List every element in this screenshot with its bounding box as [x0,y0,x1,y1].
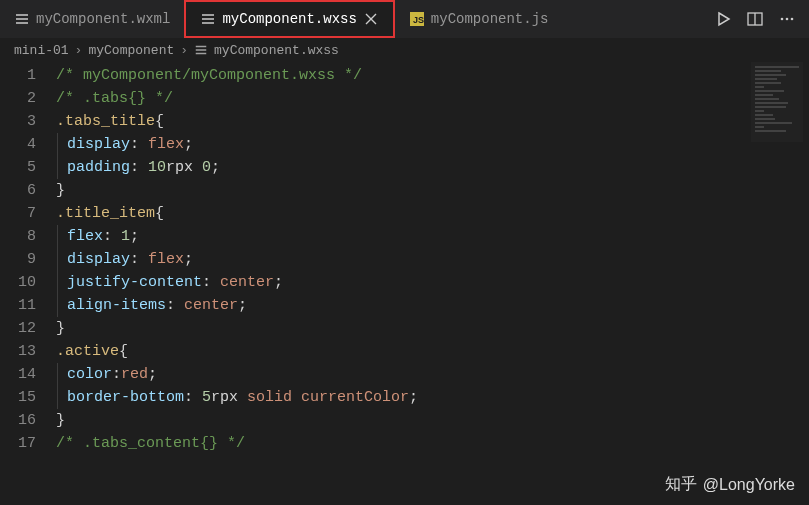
line-number: 10 [0,271,56,294]
wxml-file-icon [14,11,30,27]
line-number: 6 [0,179,56,202]
more-icon[interactable] [779,11,795,27]
code-editor[interactable]: 1/* myComponent/myComponent.wxss */ 2/* … [0,62,809,455]
chevron-right-icon: › [180,43,188,58]
crumb-file[interactable]: myComponent.wxss [214,43,339,58]
tab-wxss[interactable]: myComponent.wxss [184,0,394,38]
line-number: 11 [0,294,56,317]
brand-label: 知乎 [665,474,697,495]
svg-point-4 [781,18,784,21]
line-number: 3 [0,110,56,133]
svg-point-6 [791,18,794,21]
breadcrumb[interactable]: mini-01 › myComponent › myComponent.wxss [0,38,809,62]
watermark: 知乎 @LongYorke [665,474,795,495]
line-number: 12 [0,317,56,340]
split-editor-icon[interactable] [747,11,763,27]
tab-bar: myComponent.wxml myComponent.wxss JS myC… [0,0,809,38]
close-icon[interactable] [363,11,379,27]
crumb-folder[interactable]: myComponent [88,43,174,58]
editor-actions [715,11,809,27]
wxss-file-icon [194,43,208,57]
line-number: 14 [0,363,56,386]
line-number: 4 [0,133,56,156]
tab-label: myComponent.wxss [222,11,356,27]
svg-point-5 [786,18,789,21]
user-handle: @LongYorke [703,476,795,494]
line-number: 1 [0,64,56,87]
line-number: 16 [0,409,56,432]
line-number: 2 [0,87,56,110]
tab-js[interactable]: JS myComponent.js [395,0,563,38]
run-icon[interactable] [715,11,731,27]
line-number: 13 [0,340,56,363]
crumb-root[interactable]: mini-01 [14,43,69,58]
line-number: 7 [0,202,56,225]
line-number: 17 [0,432,56,455]
tab-wxml[interactable]: myComponent.wxml [0,0,184,38]
wxss-file-icon [200,11,216,27]
line-number: 15 [0,386,56,409]
svg-text:JS: JS [413,15,424,25]
tab-label: myComponent.wxml [36,11,170,27]
line-number: 8 [0,225,56,248]
line-number: 9 [0,248,56,271]
line-number: 5 [0,156,56,179]
chevron-right-icon: › [75,43,83,58]
js-file-icon: JS [409,11,425,27]
tab-label: myComponent.js [431,11,549,27]
